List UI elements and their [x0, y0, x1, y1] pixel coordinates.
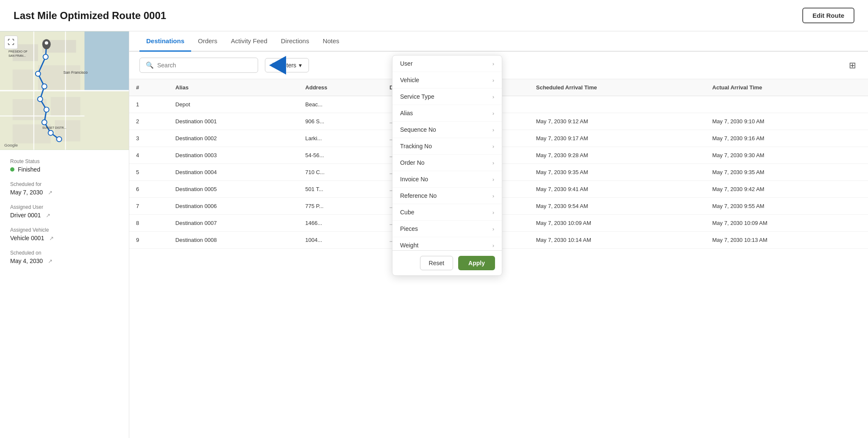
svg-point-24	[45, 41, 48, 44]
cell-alias: Destination 0002	[169, 130, 299, 147]
cell-num: 5	[129, 164, 169, 181]
svg-point-15	[43, 54, 48, 59]
assigned-user-label: Assigned User	[10, 204, 119, 210]
cell-scheduled: May 7, 2030 9:17 AM	[529, 130, 706, 147]
chevron-right-icon: ›	[492, 193, 494, 199]
cell-actual: May 7, 2030 10:13 AM	[706, 232, 868, 249]
cell-address: 906 S...	[298, 113, 383, 130]
assigned-vehicle-link-icon[interactable]: ↗	[49, 235, 54, 241]
cell-num: 7	[129, 198, 169, 215]
route-status-section: Route Status Finished	[10, 158, 119, 173]
scheduled-for-link-icon[interactable]: ↗	[48, 189, 53, 196]
cell-scheduled: May 7, 2030 9:41 AM	[529, 181, 706, 198]
cell-address: Larki...	[298, 130, 383, 147]
page-header: Last Mile Optimized Route 0001 Edit Rout…	[0, 0, 868, 31]
cell-scheduled	[529, 96, 706, 113]
tab-orders[interactable]: Orders	[191, 31, 224, 52]
assigned-user-link-icon[interactable]: ↗	[46, 212, 50, 219]
svg-point-21	[48, 130, 53, 136]
grid-settings-button[interactable]: ⊞	[847, 58, 858, 72]
chevron-right-icon: ›	[492, 77, 494, 83]
cell-scheduled: May 7, 2030 10:14 AM	[529, 232, 706, 249]
filter-item-sequence-no[interactable]: Sequence No›	[392, 122, 502, 138]
cell-scheduled: May 7, 2030 9:35 AM	[529, 164, 706, 181]
filter-item-reference-no[interactable]: Reference No›	[392, 188, 502, 204]
col-address: Address	[298, 79, 383, 96]
cell-address: 1004...	[298, 232, 383, 249]
page-title: Last Mile Optimized Route 0001	[14, 10, 166, 22]
filter-footer: Reset Apply	[392, 250, 502, 275]
filter-item-user[interactable]: User›	[392, 55, 502, 72]
scheduled-on-link-icon[interactable]: ↗	[48, 258, 53, 264]
tab-directions[interactable]: Directions	[274, 31, 316, 52]
apply-button[interactable]: Apply	[458, 256, 495, 270]
assigned-vehicle-label: Assigned Vehicle	[10, 227, 119, 233]
svg-point-22	[57, 137, 62, 142]
cell-alias: Destination 0006	[169, 198, 299, 215]
filter-dropdown: User›Vehicle›Service Type›Alias›Sequence…	[392, 55, 502, 276]
cell-num: 8	[129, 215, 169, 232]
svg-point-18	[38, 97, 43, 102]
col-num: #	[129, 79, 169, 96]
cell-address: 775 P...	[298, 198, 383, 215]
cell-num: 3	[129, 130, 169, 147]
map-area: ⛶	[0, 31, 129, 150]
svg-point-17	[42, 84, 47, 89]
filter-item-alias[interactable]: Alias›	[392, 105, 502, 122]
left-panel: ⛶	[0, 31, 129, 438]
filter-item-order-no[interactable]: Order No›	[392, 155, 502, 171]
tab-activity-feed[interactable]: Activity Feed	[224, 31, 274, 52]
search-box: 🔍	[139, 58, 258, 73]
cell-scheduled: May 7, 2030 9:54 AM	[529, 198, 706, 215]
cell-num: 6	[129, 181, 169, 198]
status-dot-finished	[10, 167, 14, 172]
filter-item-invoice-no[interactable]: Invoice No›	[392, 171, 502, 188]
assigned-user-section: Assigned User Driver 0001 ↗	[10, 204, 119, 219]
filter-item-service-type[interactable]: Service Type›	[392, 89, 502, 105]
cell-alias: Destination 0004	[169, 164, 299, 181]
chevron-right-icon: ›	[492, 143, 494, 150]
filter-item-weight[interactable]: Weight›	[392, 237, 502, 250]
col-scheduled: Scheduled Arrival Time	[529, 79, 706, 96]
route-status-label: Route Status	[10, 158, 119, 164]
cell-actual: May 7, 2030 9:16 AM	[706, 130, 868, 147]
cell-num: 1	[129, 96, 169, 113]
chevron-right-icon: ›	[492, 61, 494, 67]
svg-text:SUNSET DISTR...: SUNSET DISTR...	[42, 126, 67, 129]
cell-actual: May 7, 2030 9:42 AM	[706, 181, 868, 198]
svg-point-19	[44, 107, 49, 112]
filter-item-tracking-no[interactable]: Tracking No›	[392, 138, 502, 155]
tabs-bar: Destinations Orders Activity Feed Direct…	[129, 31, 868, 52]
tab-destinations[interactable]: Destinations	[139, 31, 191, 52]
chevron-right-icon: ›	[492, 176, 494, 183]
filter-list: User›Vehicle›Service Type›Alias›Sequence…	[392, 55, 502, 250]
svg-point-16	[36, 71, 41, 76]
tab-notes[interactable]: Notes	[316, 31, 346, 52]
scheduled-on-section: Scheduled on May 4, 2030 ↗	[10, 250, 119, 264]
cell-address: 54-56...	[298, 147, 383, 164]
col-actual: Actual Arrival Time	[706, 79, 868, 96]
chevron-right-icon: ›	[492, 209, 494, 216]
cell-scheduled: May 7, 2030 9:28 AM	[529, 147, 706, 164]
edit-route-button[interactable]: Edit Route	[802, 8, 854, 23]
cell-actual: May 7, 2030 9:10 AM	[706, 113, 868, 130]
filter-item-vehicle[interactable]: Vehicle›	[392, 72, 502, 89]
assigned-user-value: Driver 0001 ↗	[10, 212, 119, 219]
cell-num: 4	[129, 147, 169, 164]
cell-alias: Destination 0007	[169, 215, 299, 232]
filter-item-cube[interactable]: Cube›	[392, 204, 502, 221]
search-input[interactable]	[157, 62, 252, 69]
cell-actual	[706, 96, 868, 113]
filter-item-pieces[interactable]: Pieces›	[392, 221, 502, 237]
chevron-right-icon: ›	[492, 226, 494, 232]
scheduled-on-label: Scheduled on	[10, 250, 119, 256]
cell-alias: Destination 0005	[169, 181, 299, 198]
map-expand-button[interactable]: ⛶	[4, 36, 18, 49]
cell-alias: Destination 0003	[169, 147, 299, 164]
cell-alias: Destination 0001	[169, 113, 299, 130]
reset-button[interactable]: Reset	[420, 256, 453, 270]
cell-actual: May 7, 2030 10:09 AM	[706, 215, 868, 232]
cell-num: 2	[129, 113, 169, 130]
chevron-right-icon: ›	[492, 94, 494, 100]
cell-scheduled: May 7, 2030 10:09 AM	[529, 215, 706, 232]
